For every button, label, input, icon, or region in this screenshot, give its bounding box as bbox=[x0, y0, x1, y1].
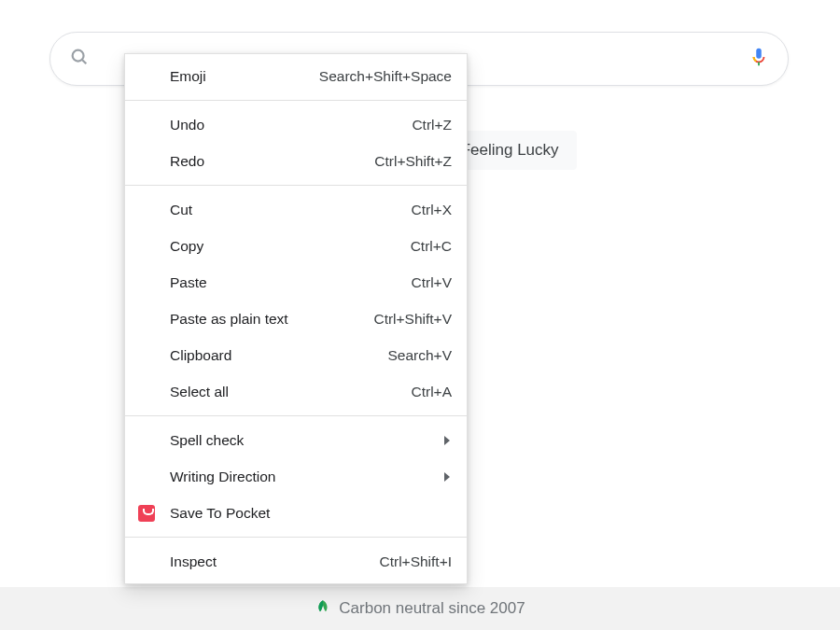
context-menu: Emoji Search+Shift+Space Undo Ctrl+Z Red… bbox=[124, 53, 468, 584]
footer: Carbon neutral since 2007 bbox=[0, 587, 840, 630]
microphone-icon[interactable] bbox=[749, 44, 769, 74]
menu-item-label: Clipboard bbox=[170, 347, 231, 364]
leaf-icon bbox=[315, 598, 331, 620]
menu-item-label: Paste bbox=[170, 274, 207, 291]
menu-item-label: Redo bbox=[170, 153, 204, 170]
menu-item-shortcut: Search+Shift+Space bbox=[319, 68, 452, 85]
menu-item-paste-as-plain-text[interactable]: Paste as plain text Ctrl+Shift+V bbox=[125, 301, 467, 337]
menu-item-paste[interactable]: Paste Ctrl+V bbox=[125, 264, 467, 301]
pocket-icon bbox=[138, 505, 155, 522]
menu-item-select-all[interactable]: Select all Ctrl+A bbox=[125, 373, 467, 410]
menu-item-inspect[interactable]: Inspect Ctrl+Shift+I bbox=[125, 543, 467, 580]
menu-item-shortcut: Ctrl+C bbox=[411, 238, 452, 255]
menu-item-writing-direction[interactable]: Writing Direction bbox=[125, 458, 467, 495]
menu-separator bbox=[125, 185, 467, 186]
svg-line-1 bbox=[82, 60, 86, 63]
menu-item-emoji[interactable]: Emoji Search+Shift+Space bbox=[125, 58, 467, 94]
svg-rect-2 bbox=[756, 49, 762, 59]
submenu-arrow-icon bbox=[444, 472, 450, 482]
menu-item-shortcut: Search+V bbox=[387, 347, 452, 364]
menu-item-shortcut: Ctrl+V bbox=[412, 274, 453, 291]
search-icon bbox=[69, 47, 90, 71]
menu-item-shortcut: Ctrl+Z bbox=[412, 117, 452, 133]
menu-separator bbox=[125, 415, 467, 416]
menu-separator bbox=[125, 537, 467, 538]
menu-item-label: Save To Pocket bbox=[170, 505, 270, 522]
menu-separator bbox=[125, 100, 467, 101]
menu-item-clipboard[interactable]: Clipboard Search+V bbox=[125, 337, 467, 373]
menu-item-label: Writing Direction bbox=[170, 469, 275, 485]
menu-item-save-to-pocket[interactable]: Save To Pocket bbox=[125, 495, 467, 531]
footer-carbon-text: Carbon neutral since 2007 bbox=[339, 599, 525, 618]
menu-item-label: Copy bbox=[170, 238, 203, 255]
menu-item-shortcut: Ctrl+Shift+V bbox=[373, 311, 452, 328]
menu-item-label: Spell check bbox=[170, 432, 244, 449]
menu-item-label: Emoji bbox=[170, 68, 206, 85]
menu-item-spell-check[interactable]: Spell check bbox=[125, 422, 467, 458]
menu-item-copy[interactable]: Copy Ctrl+C bbox=[125, 228, 467, 264]
submenu-arrow-icon bbox=[444, 436, 450, 445]
menu-item-label: Paste as plain text bbox=[170, 311, 288, 328]
menu-item-label: Undo bbox=[170, 117, 204, 133]
menu-item-cut[interactable]: Cut Ctrl+X bbox=[125, 191, 467, 228]
menu-item-shortcut: Ctrl+X bbox=[412, 202, 453, 218]
menu-item-undo[interactable]: Undo Ctrl+Z bbox=[125, 106, 467, 143]
menu-item-label: Select all bbox=[170, 384, 229, 400]
menu-item-label: Inspect bbox=[170, 553, 217, 570]
menu-item-shortcut: Ctrl+Shift+Z bbox=[374, 153, 452, 170]
menu-item-redo[interactable]: Redo Ctrl+Shift+Z bbox=[125, 143, 467, 179]
menu-item-shortcut: Ctrl+A bbox=[412, 384, 453, 400]
svg-point-0 bbox=[73, 50, 84, 62]
menu-item-label: Cut bbox=[170, 202, 192, 218]
menu-item-shortcut: Ctrl+Shift+I bbox=[379, 553, 452, 570]
